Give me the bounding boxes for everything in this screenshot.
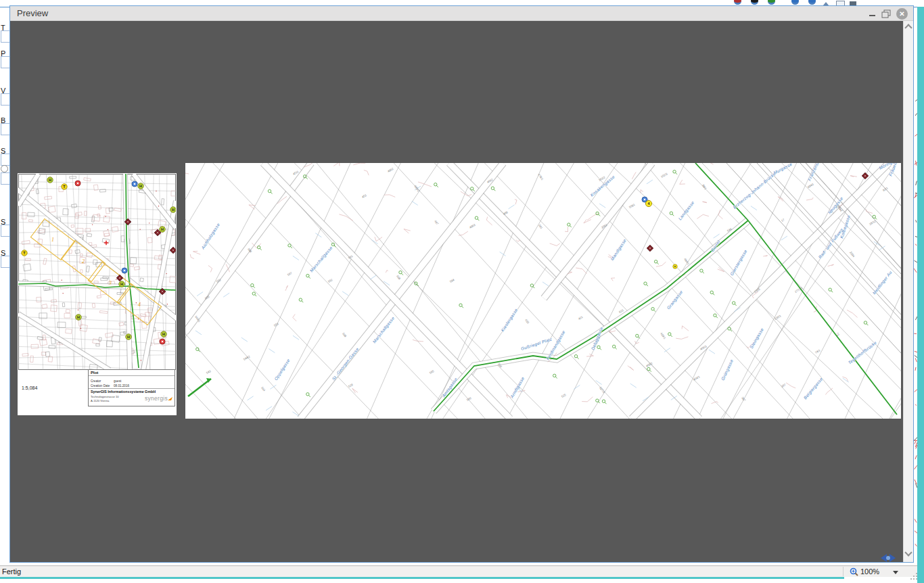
company-name: SynerGIS Informationssysteme GmbH xyxy=(89,388,175,394)
map-marker-h: H xyxy=(76,314,81,320)
title-block-title: Plot xyxy=(89,370,175,376)
minimize-icon[interactable] xyxy=(869,9,877,18)
strip-index-number: 4 xyxy=(138,302,141,308)
map-title-block: Plot Creatorguest Creation Date08.01.201… xyxy=(88,369,175,406)
map-marker-y4: 4 xyxy=(645,200,651,206)
svg-text:H: H xyxy=(77,315,80,319)
svg-text:H: H xyxy=(120,282,123,286)
form-input[interactable] xyxy=(1,123,9,135)
preview-canvas: 1234HTHHHTHHHH 1:5,084 Plot Creatorguest… xyxy=(10,21,913,562)
svg-text:H: H xyxy=(127,335,130,339)
company-address: Technologiestrasse 10 A-1120 Vienna xyxy=(91,395,119,404)
creator-label: Creator xyxy=(91,379,114,383)
form-input[interactable] xyxy=(1,56,9,68)
status-separator xyxy=(843,567,844,576)
map-marker-h: H xyxy=(47,177,53,183)
form-radio[interactable] xyxy=(1,165,8,172)
strip-map-page: 45114862493/24534662478/1163/2102/388/18… xyxy=(185,163,901,419)
svg-text:H: H xyxy=(49,178,51,182)
preview-titlebar[interactable]: Preview ✕ xyxy=(10,6,913,21)
form-input[interactable] xyxy=(1,225,9,237)
map-marker-h: H xyxy=(161,331,166,337)
form-input[interactable] xyxy=(1,154,9,166)
close-icon[interactable]: ✕ xyxy=(896,8,908,20)
toolbar-icon-red[interactable] xyxy=(734,0,741,5)
strip-index-number: 2 xyxy=(82,258,85,264)
svg-text:4: 4 xyxy=(648,202,650,206)
form-input[interactable] xyxy=(1,93,9,106)
map-marker-h: H xyxy=(138,183,143,189)
map-marker-t: T xyxy=(62,184,67,189)
blue-ornament-icon xyxy=(879,553,897,563)
map-marker-h: H xyxy=(119,281,124,287)
form-input[interactable] xyxy=(1,256,9,268)
svg-text:H: H xyxy=(162,332,165,336)
zoom-magnifier-icon[interactable] xyxy=(850,567,858,576)
preview-window: Preview ✕ 1234HTHHHTHHHH 1:5,084 Plot Cr… xyxy=(9,5,914,563)
window-title: Preview xyxy=(17,8,48,18)
status-bar: Fertig 100% xyxy=(0,565,917,577)
strip-index-number: 1 xyxy=(51,237,54,243)
toolbar-icon-blue-1[interactable] xyxy=(791,0,799,5)
restore-icon[interactable] xyxy=(881,9,892,18)
svg-text:H: H xyxy=(172,208,175,212)
zoom-level[interactable]: 100% xyxy=(860,567,879,577)
map-marker-h: H xyxy=(160,227,165,232)
map-marker-blue xyxy=(132,181,137,187)
teal-edge-bar xyxy=(917,7,924,583)
creator-value: guest xyxy=(114,379,121,383)
scroll-down-icon[interactable] xyxy=(904,548,913,559)
resize-grip[interactable] xyxy=(910,573,918,581)
status-text: Fertig xyxy=(2,567,21,577)
map-marker-red xyxy=(160,339,165,344)
map-marker-ydot xyxy=(673,264,677,269)
form-input[interactable] xyxy=(1,172,9,185)
toolbar-icon-green[interactable] xyxy=(768,0,775,5)
background-form-panel: T P V B S S S xyxy=(0,7,9,565)
toolbar-icon-black[interactable] xyxy=(751,0,758,5)
map-scale-text: 1:5,084 xyxy=(22,386,37,390)
svg-text:H: H xyxy=(139,184,142,188)
form-input[interactable] xyxy=(1,30,9,43)
map-marker-t: T xyxy=(22,250,27,256)
screen: T P V B S S S Fertig 100% xyxy=(0,0,924,583)
map-marker-blue xyxy=(122,268,127,273)
map-marker-red xyxy=(75,181,80,186)
scroll-up-icon[interactable] xyxy=(904,21,913,32)
map-marker-h: H xyxy=(170,207,176,212)
synergis-logo: synergis xyxy=(145,395,172,402)
overview-map-page: 1234HTHHHTHHHH 1:5,084 Plot Creatorguest… xyxy=(18,173,177,415)
zoom-dropdown-caret-icon[interactable] xyxy=(893,571,898,574)
preview-scrollbar[interactable] xyxy=(903,21,913,562)
toolbar-icon-blue-2[interactable] xyxy=(808,0,816,5)
svg-text:H: H xyxy=(161,227,164,231)
strip-index-number: 3 xyxy=(108,280,112,286)
map-marker-h: H xyxy=(126,334,131,340)
